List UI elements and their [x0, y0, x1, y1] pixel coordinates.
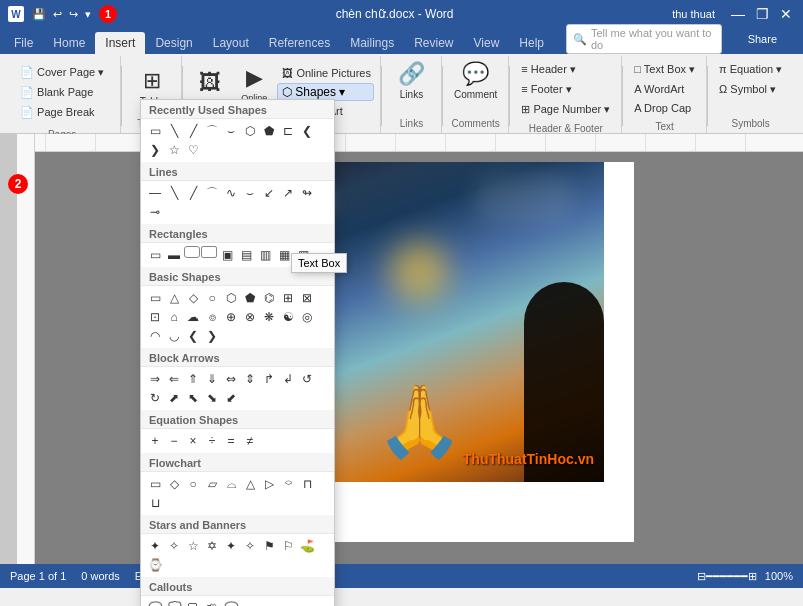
tab-view[interactable]: View	[464, 32, 510, 54]
bs16[interactable]: ❋	[260, 308, 278, 326]
save-btn[interactable]: 💾	[30, 6, 48, 23]
rect1[interactable]: ▭	[146, 246, 164, 264]
shape-rect[interactable]: ▭	[146, 122, 164, 140]
fc9[interactable]: ⊓	[298, 475, 316, 493]
bs21[interactable]: ❮	[184, 327, 202, 345]
tab-design[interactable]: Design	[145, 32, 202, 54]
star2[interactable]: ✧	[165, 537, 183, 555]
shape-hex[interactable]: ⬡	[241, 122, 259, 140]
shape-pentagon[interactable]: ⬟	[260, 122, 278, 140]
bs15[interactable]: ⊗	[241, 308, 259, 326]
line-arrow3[interactable]: ↬	[298, 184, 316, 202]
online-pictures-btn[interactable]: 🖼 Online Pictures	[277, 64, 376, 82]
shape-star[interactable]: ☆	[165, 141, 183, 159]
wordart-btn[interactable]: A WordArt	[629, 80, 700, 98]
tab-layout[interactable]: Layout	[203, 32, 259, 54]
bs5[interactable]: ⬡	[222, 289, 240, 307]
dropcap-btn[interactable]: A Drop Cap	[629, 99, 700, 117]
ba10[interactable]: ↻	[146, 389, 164, 407]
callout5[interactable]: 💬	[222, 599, 240, 606]
rect5[interactable]: ▣	[218, 246, 236, 264]
bs18[interactable]: ◎	[298, 308, 316, 326]
fc1[interactable]: ▭	[146, 475, 164, 493]
tab-references[interactable]: References	[259, 32, 340, 54]
shape-arrow-l[interactable]: ❮	[298, 122, 316, 140]
bs2[interactable]: △	[165, 289, 183, 307]
undo-btn[interactable]: ↩	[51, 6, 64, 23]
line-wave[interactable]: ∿	[222, 184, 240, 202]
bs4[interactable]: ○	[203, 289, 221, 307]
ba5[interactable]: ⇔	[222, 370, 240, 388]
equation-btn[interactable]: π Equation ▾	[714, 60, 787, 79]
ba3[interactable]: ⇑	[184, 370, 202, 388]
links-btn[interactable]: 🔗 Links	[391, 58, 431, 103]
bs13[interactable]: ⌾	[203, 308, 221, 326]
blank-page-btn[interactable]: 📄 Blank Page	[15, 83, 109, 102]
cover-page-btn[interactable]: 📄 Cover Page ▾	[15, 63, 109, 82]
rect6[interactable]: ▤	[237, 246, 255, 264]
tab-mailings[interactable]: Mailings	[340, 32, 404, 54]
page-break-btn[interactable]: 📄 Page Break	[15, 103, 109, 122]
ba14[interactable]: ⬋	[222, 389, 240, 407]
eq1[interactable]: +	[146, 432, 164, 450]
line-arrow2[interactable]: ↗	[279, 184, 297, 202]
ba13[interactable]: ⬊	[203, 389, 221, 407]
ba11[interactable]: ⬈	[165, 389, 183, 407]
shape-arrow-r[interactable]: ❯	[146, 141, 164, 159]
ba8[interactable]: ↲	[279, 370, 297, 388]
line-diag2[interactable]: ╱	[184, 184, 202, 202]
rect2[interactable]: ▬	[165, 246, 183, 264]
ba4[interactable]: ⇓	[203, 370, 221, 388]
shape-heart[interactable]: ♡	[184, 141, 202, 159]
close-btn[interactable]: ✕	[777, 5, 795, 23]
ba12[interactable]: ⬉	[184, 389, 202, 407]
line-straight[interactable]: —	[146, 184, 164, 202]
restore-btn[interactable]: ❐	[753, 5, 771, 23]
tab-insert[interactable]: Insert	[95, 32, 145, 54]
ba7[interactable]: ↱	[260, 370, 278, 388]
star5[interactable]: ✦	[222, 537, 240, 555]
star6[interactable]: ✧	[241, 537, 259, 555]
bs19[interactable]: ◠	[146, 327, 164, 345]
eq6[interactable]: ≠	[241, 432, 259, 450]
zoom-slider[interactable]: ⊟━━━━━━⊞	[697, 570, 757, 583]
line-arc[interactable]: ⌒	[203, 184, 221, 202]
line-arrow4[interactable]: ⊸	[146, 203, 164, 221]
fc5[interactable]: ⌓	[222, 475, 240, 493]
page-number-btn[interactable]: ⊞ Page Number ▾	[516, 100, 615, 119]
ba2[interactable]: ⇐	[165, 370, 183, 388]
ba9[interactable]: ↺	[298, 370, 316, 388]
star4[interactable]: ✡	[203, 537, 221, 555]
bs10[interactable]: ⊡	[146, 308, 164, 326]
eq4[interactable]: ÷	[203, 432, 221, 450]
bs20[interactable]: ◡	[165, 327, 183, 345]
bs1[interactable]: ▭	[146, 289, 164, 307]
minimize-btn[interactable]: —	[729, 5, 747, 23]
banner1[interactable]: ⚑	[260, 537, 278, 555]
fc8[interactable]: ⌔	[279, 475, 297, 493]
fc10[interactable]: ⊔	[146, 494, 164, 512]
shape-line1[interactable]: ╲	[165, 122, 183, 140]
ba6[interactable]: ⇕	[241, 370, 259, 388]
header-btn[interactable]: ≡ Header ▾	[516, 60, 615, 79]
callout4[interactable]: 🗯	[203, 599, 221, 606]
shape-bracket[interactable]: ⊏	[279, 122, 297, 140]
bs22[interactable]: ❯	[203, 327, 221, 345]
share-button[interactable]: Share	[736, 29, 789, 49]
eq5[interactable]: =	[222, 432, 240, 450]
textbox-btn[interactable]: □ Text Box ▾	[629, 60, 700, 79]
bs6[interactable]: ⬟	[241, 289, 259, 307]
bs14[interactable]: ⊕	[222, 308, 240, 326]
bs7[interactable]: ⌬	[260, 289, 278, 307]
tell-me-bar[interactable]: 🔍 Tell me what you want to do	[566, 24, 722, 54]
bs9[interactable]: ⊠	[298, 289, 316, 307]
fc6[interactable]: △	[241, 475, 259, 493]
tab-file[interactable]: File	[4, 32, 43, 54]
fc2[interactable]: ◇	[165, 475, 183, 493]
banner3[interactable]: ⛳	[298, 537, 316, 555]
line-curve[interactable]: ⌣	[241, 184, 259, 202]
more-qa-btn[interactable]: ▾	[83, 6, 93, 23]
star3[interactable]: ☆	[184, 537, 202, 555]
callout1[interactable]: 💬	[146, 599, 164, 606]
banner2[interactable]: ⚐	[279, 537, 297, 555]
